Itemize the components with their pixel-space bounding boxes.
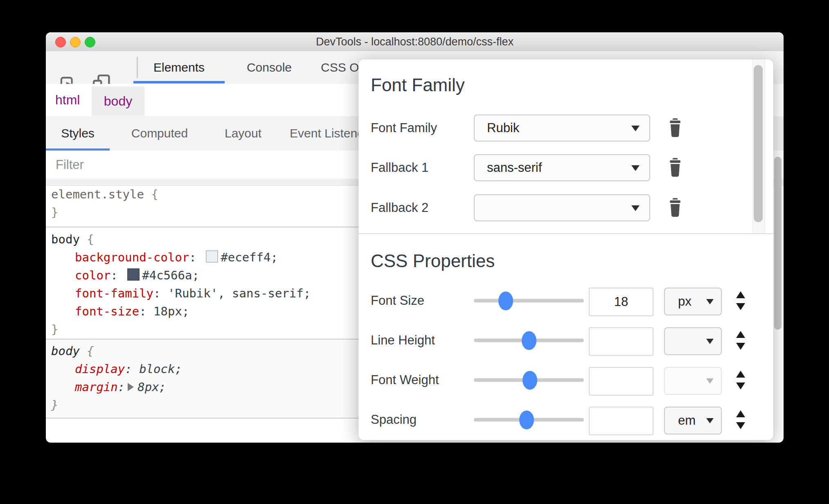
screen: DevTools - localhost:8080/demo/css-flex …	[0, 0, 829, 504]
stepper-down-icon[interactable]	[736, 303, 745, 310]
declaration-font-size[interactable]: font-size: 18px;	[46, 302, 362, 320]
delete-fallback-1-button[interactable]	[666, 157, 684, 178]
active-tab-underline	[133, 81, 225, 83]
spacing-unit-select[interactable]: em	[664, 407, 722, 434]
tab-computed[interactable]: Computed	[124, 116, 195, 150]
font-size-slider-thumb[interactable]	[498, 291, 513, 310]
rule-selector[interactable]: element.style	[51, 187, 144, 201]
declaration-color[interactable]: color: #4c566a;	[46, 266, 362, 284]
fallback-1-label: Fallback 1	[371, 160, 428, 175]
spacing-label: Spacing	[371, 412, 417, 427]
font-weight-unit-select	[664, 367, 722, 395]
font-family-section-title: Font Family	[371, 75, 465, 95]
breadcrumb-item-html[interactable]: html	[55, 84, 80, 116]
chevron-down-icon	[706, 299, 714, 304]
font-family-label: Font Family	[371, 121, 437, 135]
line-height-value-input[interactable]	[589, 327, 653, 356]
font-weight-slider-thumb[interactable]	[523, 371, 537, 389]
declaration-background-color[interactable]: background-color: #eceff4;	[46, 248, 362, 266]
font-size-unit-select[interactable]: px	[664, 288, 722, 315]
color-swatch[interactable]	[206, 250, 218, 263]
line-height-label: Line Height	[371, 333, 435, 348]
stepper-down-icon[interactable]	[736, 343, 745, 350]
font-size-value-input[interactable]	[589, 288, 653, 316]
stepper-up-icon[interactable]	[736, 371, 745, 378]
styles-filter-input[interactable]	[55, 153, 343, 177]
spacing-value-input[interactable]	[589, 407, 653, 435]
close-brace: }	[51, 205, 58, 219]
font-size-slider	[474, 299, 584, 303]
stepper-up-icon[interactable]	[736, 291, 745, 298]
styles-pane-scrollbar[interactable]	[774, 157, 782, 330]
delete-font-family-button[interactable]	[666, 117, 684, 139]
chevron-down-icon	[631, 165, 640, 171]
tab-elements[interactable]: Elements	[133, 51, 225, 83]
color-swatch[interactable]	[127, 268, 140, 281]
font-weight-slider	[474, 378, 584, 382]
rule-selector[interactable]: body	[51, 344, 80, 358]
rule-selector[interactable]: body	[51, 232, 80, 246]
chevron-down-icon	[706, 378, 714, 384]
tab-layout[interactable]: Layout	[220, 116, 266, 150]
stepper-down-icon[interactable]	[736, 382, 745, 389]
breadcrumb-item-body[interactable]: body	[92, 86, 144, 116]
line-height-slider	[474, 339, 584, 342]
declaration-margin[interactable]: margin:8px;	[46, 378, 362, 396]
rule-body-user-agent[interactable]: body { display: block; margin:8px; }	[46, 340, 362, 418]
window-title: DevTools - localhost:8080/demo/css-flex	[46, 32, 784, 51]
chevron-down-icon	[706, 339, 714, 344]
panel-scrollbar-thumb[interactable]	[754, 65, 763, 222]
fallback-2-select[interactable]	[474, 194, 650, 221]
declaration-font-family[interactable]: font-family: 'Rubik', sans-serif;	[46, 284, 362, 302]
font-editor-panel: Font Family Font Family Rubik Fallback 1…	[358, 59, 773, 440]
open-brace: {	[151, 187, 158, 201]
font-size-label: Font Size	[371, 293, 424, 308]
tab-console[interactable]: Console	[238, 51, 300, 83]
expand-shorthand-icon[interactable]	[128, 383, 134, 391]
title-bar[interactable]: DevTools - localhost:8080/demo/css-flex	[46, 32, 784, 52]
font-weight-label: Font Weight	[371, 373, 439, 387]
chevron-down-icon	[706, 418, 714, 423]
fallback-2-label: Fallback 2	[371, 200, 428, 215]
stepper-up-icon[interactable]	[736, 410, 745, 417]
font-family-select[interactable]: Rubik	[474, 115, 650, 142]
stepper-up-icon[interactable]	[736, 331, 745, 338]
spacing-slider	[474, 418, 584, 422]
css-properties-section-title: CSS Properties	[371, 251, 495, 271]
spacing-stepper	[732, 410, 750, 429]
line-height-slider-thumb[interactable]	[522, 331, 536, 350]
line-height-unit-select[interactable]	[664, 327, 722, 355]
delete-fallback-2-button[interactable]	[666, 197, 684, 218]
chevron-down-icon	[631, 126, 640, 131]
rule-body[interactable]: body { background-color: #eceff4; color:…	[46, 227, 362, 340]
font-size-stepper	[732, 291, 750, 310]
rule-element-style[interactable]: element.style { }	[46, 185, 362, 227]
declaration-display[interactable]: display: block;	[46, 360, 362, 378]
fallback-1-select[interactable]: sans-serif	[474, 154, 650, 181]
spacing-slider-thumb[interactable]	[519, 410, 534, 429]
line-height-stepper	[732, 331, 750, 350]
section-divider	[358, 233, 773, 234]
chevron-down-icon	[631, 205, 640, 211]
tab-styles[interactable]: Styles	[46, 116, 110, 150]
stepper-down-icon[interactable]	[736, 422, 745, 429]
font-weight-value-input[interactable]	[589, 367, 653, 396]
font-weight-stepper	[732, 371, 750, 389]
